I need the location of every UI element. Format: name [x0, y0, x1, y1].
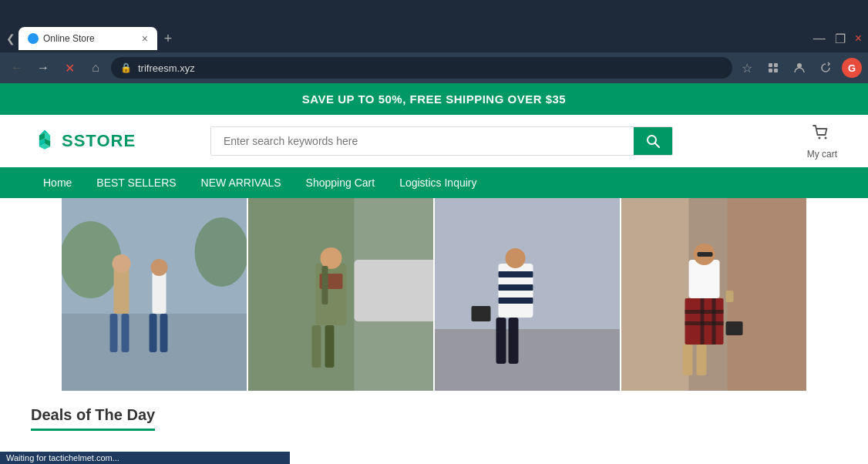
tab-title: Online Store [43, 33, 95, 44]
svg-rect-25 [150, 314, 157, 352]
svg-rect-44 [509, 318, 519, 364]
profile-btn[interactable] [789, 58, 809, 78]
svg-rect-35 [325, 325, 335, 368]
site-header: SSTORE My cart [0, 115, 868, 167]
nav-item-shopping-cart[interactable]: Shopping Cart [294, 167, 388, 198]
svg-rect-39 [499, 271, 533, 277]
fashion-image-2 [248, 198, 433, 391]
nav-item-best-sellers[interactable]: BEST SELLERS [84, 167, 188, 198]
back-btn[interactable]: ← [6, 57, 28, 79]
nav-item-home[interactable]: Home [31, 167, 84, 198]
svg-point-31 [321, 247, 342, 269]
window-controls: — ❐ × [813, 32, 862, 46]
search-bar [210, 126, 673, 156]
logo-full-text: STORE [74, 131, 136, 150]
svg-rect-34 [312, 325, 321, 368]
svg-rect-30 [316, 264, 347, 325]
svg-point-17 [62, 221, 122, 298]
svg-rect-48 [728, 198, 807, 391]
address-bar[interactable]: 🔒 trifreesm.xyz [111, 57, 732, 79]
svg-rect-45 [472, 306, 491, 321]
restore-btn[interactable]: ❐ [835, 32, 846, 46]
svg-rect-0 [769, 63, 772, 67]
fashion-image-1 [62, 198, 247, 391]
logo-s: S [62, 131, 74, 150]
search-input[interactable] [211, 127, 634, 155]
hero-image-2[interactable] [247, 198, 433, 391]
address-bar-row: ← → ✕ ⌂ 🔒 trifreesm.xyz ☆ G [0, 52, 868, 83]
hero-image-3[interactable] [433, 198, 620, 391]
svg-point-14 [825, 137, 827, 140]
cart-icon [811, 123, 833, 149]
svg-rect-21 [110, 314, 118, 352]
svg-rect-58 [697, 345, 707, 375]
logo-text: SSTORE [62, 131, 136, 151]
browser-tab-bar: ❮ Online Store × + — ❐ × [0, 25, 868, 52]
home-btn[interactable]: ⌂ [85, 57, 106, 79]
svg-rect-23 [153, 271, 167, 314]
nav-item-new-arrivals[interactable]: NEW ARRIVALS [189, 167, 294, 198]
fashion-image-4 [621, 198, 806, 391]
svg-rect-57 [683, 345, 693, 375]
new-tab-btn[interactable]: + [157, 28, 179, 49]
cart-area[interactable]: My cart [807, 123, 837, 160]
promo-banner: SAVE UP TO 50%, FREE SHIPPING OVER $35 [0, 83, 868, 115]
bookmark-btn[interactable]: ☆ [737, 58, 757, 78]
svg-rect-40 [499, 284, 533, 291]
svg-line-12 [654, 143, 659, 148]
tab-favicon [28, 33, 39, 44]
svg-rect-2 [769, 69, 772, 72]
svg-point-4 [797, 63, 802, 68]
svg-rect-56 [712, 298, 716, 345]
svg-point-24 [151, 259, 168, 276]
deals-section: Deals of The Day [0, 391, 868, 459]
fashion-image-3 [435, 198, 620, 391]
site-nav: Home BEST SELLERS NEW ARRIVALS Shopping … [0, 167, 868, 198]
status-bar: Waiting for tactichelmet.com... [0, 452, 290, 464]
sync-btn[interactable] [816, 58, 836, 78]
refresh-btn[interactable]: ✕ [59, 57, 80, 79]
status-text: Waiting for tactichelmet.com... [6, 453, 119, 462]
shopping-cart-icon [811, 123, 833, 144]
browser-title-bar [0, 0, 868, 25]
nav-item-logistics[interactable]: Logistics Inquiry [387, 167, 489, 198]
svg-rect-59 [726, 321, 743, 335]
extensions-btn[interactable] [763, 58, 783, 78]
svg-rect-29 [355, 260, 434, 321]
svg-rect-49 [689, 260, 720, 298]
svg-rect-43 [496, 318, 506, 364]
hero-image-1[interactable] [62, 198, 247, 391]
search-button[interactable] [634, 127, 672, 155]
svg-point-42 [506, 248, 526, 268]
svg-rect-1 [774, 63, 778, 67]
lock-icon: 🔒 [120, 62, 132, 73]
deals-title: Deals of The Day [31, 406, 155, 431]
svg-rect-26 [160, 314, 168, 352]
browser-tab-active[interactable]: Online Store × [19, 27, 157, 50]
svg-rect-60 [726, 291, 734, 302]
hero-section [0, 198, 868, 391]
svg-point-20 [113, 254, 131, 273]
page-content: SAVE UP TO 50%, FREE SHIPPING OVER $35 S… [0, 83, 868, 464]
svg-rect-51 [698, 252, 713, 257]
svg-point-18 [195, 217, 247, 287]
svg-rect-22 [122, 314, 130, 352]
forward-btn[interactable]: → [32, 57, 54, 79]
svg-rect-41 [499, 298, 533, 304]
search-icon [645, 133, 661, 149]
minimize-btn[interactable]: — [813, 32, 826, 45]
logo-icon [31, 127, 59, 155]
hero-images [62, 198, 806, 391]
close-btn[interactable]: × [855, 32, 862, 45]
site-logo[interactable]: SSTORE [31, 127, 136, 155]
hero-image-4[interactable] [620, 198, 806, 391]
cart-label: My cart [807, 149, 837, 160]
user-avatar[interactable]: G [842, 58, 862, 78]
svg-rect-19 [114, 267, 130, 314]
tab-close-btn[interactable]: × [142, 32, 148, 45]
svg-rect-3 [774, 69, 778, 72]
svg-point-13 [819, 137, 821, 140]
toolbar-icons: ☆ G [737, 58, 862, 78]
promo-text: SAVE UP TO 50%, FREE SHIPPING OVER $35 [302, 92, 566, 106]
back-tab-btn[interactable]: ❮ [6, 32, 15, 45]
